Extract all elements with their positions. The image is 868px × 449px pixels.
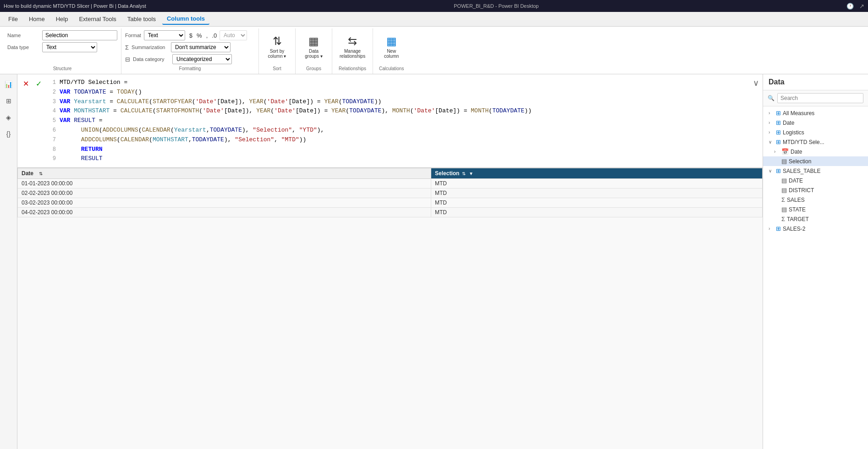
tree-date-table[interactable]: › ⊞ Date: [763, 118, 868, 127]
date-sort-button[interactable]: ⇅: [38, 171, 44, 176]
ribbon: Name Data type Text Structure Format Tex…: [0, 27, 868, 74]
code-line-9: 9 RESULT: [49, 154, 761, 164]
summarization-select[interactable]: Don't summarize: [171, 42, 231, 52]
sales-date-label: DATE: [789, 177, 803, 184]
selection-column-header[interactable]: Selection ⇅ ▼: [431, 168, 763, 179]
manage-relationships-button[interactable]: ⇆ Managerelationships: [336, 30, 369, 63]
relationships-icon: ⇆: [348, 35, 357, 48]
tree-mtd-ytd-table[interactable]: ∨ ⊞ MTD/YTD Sele...: [763, 137, 868, 147]
tree-sales-state[interactable]: ▤ STATE: [763, 205, 868, 214]
tree-sales-sales[interactable]: Σ SALES: [763, 195, 868, 205]
data-category-row: ⊟ Data category Uncategorized: [125, 54, 255, 64]
menu-column-tools[interactable]: Column tools: [162, 13, 209, 25]
new-column-button[interactable]: ▦ Newcolumn: [377, 30, 406, 63]
selection-field-label: Selection: [789, 158, 811, 165]
selection-sort-button[interactable]: ⇅: [461, 171, 467, 176]
expand-sales-2: ›: [769, 226, 774, 231]
tree-mtd-date-subtable[interactable]: › 📅 Date: [763, 147, 868, 156]
all-measures-label: All Measures: [783, 110, 814, 116]
ribbon-calculations: ▦ Newcolumn Calculations: [373, 28, 410, 74]
date-cell: 01-01-2023 00:00:00: [18, 179, 431, 188]
data-category-select[interactable]: Uncategorized: [172, 54, 232, 64]
relationships-label-section: Relationships: [336, 64, 369, 72]
share-icon[interactable]: ↗: [859, 3, 864, 10]
sales-state-icon: ▤: [781, 206, 787, 213]
sales-target-label: TARGET: [787, 216, 809, 222]
table-row: 02-02-2023 00:00:00 MTD: [18, 188, 763, 198]
format-icons: $ % , .0 Auto: [188, 30, 247, 40]
tree-selection-field[interactable]: ▤ Selection: [763, 156, 868, 166]
code-line-6: 6 UNION(ADDCOLUMNS(CALENDAR(Yearstart,TO…: [49, 126, 761, 135]
menu-table-tools[interactable]: Table tools: [123, 14, 160, 24]
tree-all-measures[interactable]: › ⊞ All Measures: [763, 108, 868, 118]
code-line-8: 8 RETURN: [49, 145, 761, 155]
sales-district-label: DISTRICT: [789, 187, 814, 194]
menu-home[interactable]: Home: [24, 14, 49, 24]
expand-date: ›: [769, 120, 774, 125]
formatting-controls: Format Text $ % , .0 Auto Σ Summarizatio…: [125, 30, 255, 64]
ribbon-groups: ▦ Datagroups ▾ Groups: [296, 28, 332, 74]
code-line-7: 7 ADDCOLUMNS(CALENDAR(MONTHSTART,TODAYDA…: [49, 135, 761, 145]
video-title: How to build dynamic MTD/YTD Slicer | Po…: [4, 3, 146, 9]
expand-logistics: ›: [769, 130, 774, 135]
sigma-icon: Σ: [125, 44, 129, 51]
sales-date-icon: ▤: [781, 177, 787, 184]
code-line-4: 4 VAR MONTHSTART = CALCULATE(STARTOFMONT…: [49, 106, 761, 116]
datatype-row: Data type Text: [7, 42, 117, 52]
ribbon-sort: ⇅ Sort bycolumn ▾ Sort: [259, 28, 296, 74]
tree-sales-2-table[interactable]: › ⊞ SALES-2: [763, 224, 868, 233]
decimal-inc-icon[interactable]: .0: [210, 32, 218, 39]
cancel-button[interactable]: ✕: [20, 78, 31, 89]
table-body: 01-01-2023 00:00:00 MTD 02-02-2023 00:00…: [18, 179, 763, 217]
data-search: 🔍: [763, 90, 868, 106]
confirm-button[interactable]: ✓: [33, 78, 44, 89]
report-view-icon[interactable]: 📊: [2, 78, 15, 91]
table-row: 01-01-2023 00:00:00 MTD: [18, 179, 763, 188]
calculations-label-section: Calculations: [377, 64, 406, 72]
tree-sales-target[interactable]: Σ TARGET: [763, 214, 868, 224]
menu-file[interactable]: File: [4, 14, 22, 24]
date-column-header[interactable]: Date ⇅: [18, 168, 431, 179]
app-title: POWER_BI_R&D - Power BI Desktop: [454, 3, 538, 9]
tree-sales-district[interactable]: ▤ DISTRICT: [763, 185, 868, 195]
data-pane-title: Data: [763, 74, 868, 90]
sort-label: Sort bycolumn ▾: [268, 49, 286, 59]
sales-target-icon: Σ: [781, 216, 785, 222]
groups-label: Datagroups ▾: [305, 49, 322, 59]
dax-query-icon[interactable]: {}: [2, 127, 15, 140]
percent-icon[interactable]: %: [195, 32, 203, 39]
data-tree: › ⊞ All Measures › ⊞ Date › ⊞ Logistics …: [763, 106, 868, 449]
code-line-3: 3 VAR Yearstart = CALCULATE(STARTOFYEAR(…: [49, 97, 761, 107]
tree-sales-date[interactable]: ▤ DATE: [763, 176, 868, 185]
data-groups-button[interactable]: ▦ Datagroups ▾: [299, 30, 328, 63]
table-view-icon[interactable]: ⊞: [2, 94, 15, 107]
format-select[interactable]: Text: [144, 30, 185, 40]
menu-help[interactable]: Help: [51, 14, 73, 24]
expand-all-measures: ›: [769, 111, 774, 116]
code-editor[interactable]: 1 MTD/YTD Selection = 2 VAR TODAYDATE = …: [47, 74, 763, 167]
selection-field-icon: ▤: [781, 158, 787, 165]
formula-bar: ✕ ✓ 1 MTD/YTD Selection = 2 VAR TODAYDAT…: [17, 74, 763, 168]
right-panel: Data 🔍 › ⊞ All Measures › ⊞ Date › ⊞ Log: [763, 74, 868, 449]
selection-filter-button[interactable]: ▼: [468, 171, 474, 176]
all-measures-icon: ⊞: [776, 110, 781, 116]
tree-sales-table[interactable]: ∨ ⊞ SALES_TABLE: [763, 166, 868, 176]
main-content: 📊 ⊞ ◈ {} ✕ ✓ 1 MTD/YTD Selection = 2 VAR…: [0, 74, 868, 449]
sort-by-column-button[interactable]: ⇅ Sort bycolumn ▾: [263, 30, 291, 63]
relationships-label: Managerelationships: [340, 49, 365, 59]
mtd-ytd-icon: ⊞: [776, 139, 781, 145]
datatype-select[interactable]: Text: [42, 42, 97, 52]
dollar-icon[interactable]: $: [188, 32, 194, 39]
menu-external-tools[interactable]: External Tools: [74, 14, 121, 24]
name-input[interactable]: [42, 30, 117, 40]
formula-collapse-button[interactable]: ∨: [753, 78, 759, 88]
search-input[interactable]: [777, 93, 863, 103]
code-line-2: 2 VAR TODAYDATE = TODAY(): [49, 88, 761, 97]
sales-table-icon: ⊞: [776, 167, 781, 174]
comma-icon[interactable]: ,: [205, 32, 209, 39]
new-column-label: Newcolumn: [384, 49, 399, 59]
category-icon: ⊟: [125, 56, 130, 63]
data-table-area[interactable]: Date ⇅ Selection ⇅ ▼ 01-01-2023 00:00:00: [17, 168, 763, 449]
tree-logistics[interactable]: › ⊞ Logistics: [763, 127, 868, 137]
model-view-icon[interactable]: ◈: [2, 111, 15, 124]
